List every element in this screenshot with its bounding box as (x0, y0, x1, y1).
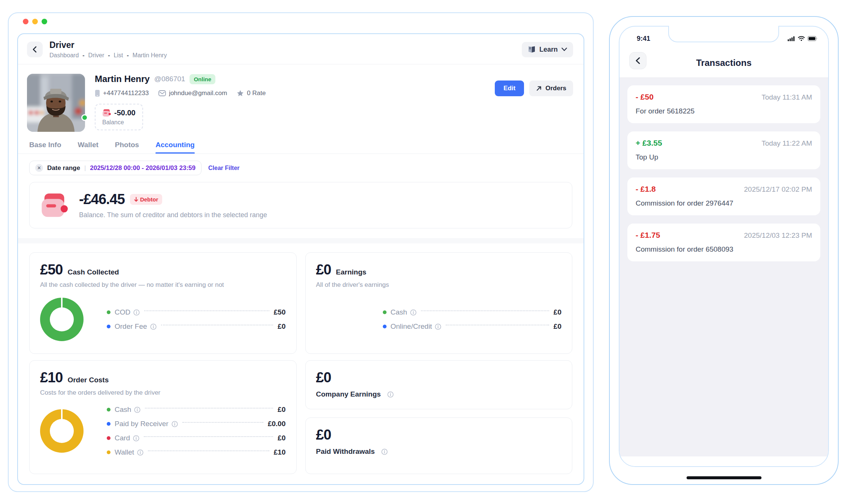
breadcrumb-item[interactable]: List (114, 52, 123, 59)
legend-dot (107, 422, 110, 426)
legend-item: Card £0 (107, 434, 286, 442)
minimize-window-icon[interactable] (32, 19, 38, 24)
legend: Cash £0 (107, 406, 286, 456)
transaction-description: Commission for order 2976447 (636, 199, 812, 207)
info-icon[interactable] (134, 407, 140, 413)
window-controls (23, 19, 47, 24)
order-costs-card: £10 Order Costs Costs for the orders del… (29, 360, 297, 474)
email-address: johndue@gmail.com (169, 89, 227, 97)
info-icon[interactable] (150, 324, 157, 330)
back-button[interactable] (27, 42, 43, 57)
info-icon[interactable] (435, 324, 441, 330)
stat-title: Company Earnings (316, 390, 381, 398)
paid-withdrawals-card: £0 Paid Withdrawals (305, 418, 573, 474)
legend-dot (383, 325, 387, 328)
transaction-card[interactable]: + £3.55 Today 11:22 AM Top Up (627, 131, 820, 169)
stat-amount: £0 (316, 427, 562, 443)
status-time: 9:41 (637, 35, 650, 43)
legend-value: £0 (554, 322, 561, 331)
breadcrumb-item[interactable]: Driver (88, 52, 105, 59)
edit-button[interactable]: Edit (495, 81, 524, 96)
chevron-left-icon (31, 46, 38, 53)
legend-leader (144, 436, 273, 437)
legend-item: Wallet £10 (107, 448, 286, 456)
arrow-up-right-icon (536, 85, 542, 91)
breadcrumb-item[interactable]: Martin Henry (133, 52, 167, 59)
transaction-amount: - £1.75 (636, 231, 660, 240)
info-icon[interactable] (381, 449, 388, 455)
stat-amount: £50 (40, 262, 63, 278)
profile-actions: Edit Orders (495, 81, 573, 132)
tab-label: Photos (115, 141, 139, 149)
rate-item: 0 Rate (237, 89, 266, 97)
info-icon[interactable] (137, 449, 143, 456)
legend-item: Cash £0 (383, 308, 562, 316)
phone-mockup: 9:41 (609, 16, 839, 485)
phone-contact: +447744112233 (95, 89, 149, 97)
legend-leader (148, 450, 269, 451)
info-icon[interactable] (410, 309, 417, 316)
maximize-window-icon[interactable] (42, 19, 47, 24)
legend-value: £0 (278, 434, 285, 442)
stat-title: Order Costs (67, 376, 109, 384)
stat-amount: £0 (316, 262, 331, 278)
mobile-phone-icon (95, 89, 100, 97)
breadcrumb-separator: - (108, 52, 110, 59)
home-indicator[interactable] (687, 476, 761, 479)
wallet-balance-value: -50.00 (114, 109, 136, 117)
cash-collected-card: £50 Cash Collected All the cash collecte… (29, 252, 297, 354)
title-block: Driver Dashboard - Driver - List - Marti… (49, 40, 167, 59)
legend-leader (161, 325, 273, 325)
phone-notch (668, 26, 779, 42)
transaction-card[interactable]: - £50 Today 11:31 AM For order 5618225 (627, 85, 820, 123)
email-contact: johndue@gmail.com (158, 89, 227, 97)
transaction-card[interactable]: - £1.75 2025/12/03 12:23 PM Commission f… (627, 224, 820, 261)
legend-label: COD (115, 308, 130, 316)
transaction-time: Today 11:22 AM (761, 139, 812, 148)
close-window-icon[interactable] (23, 19, 28, 24)
tab-label: Accounting (155, 141, 195, 149)
filter-row: ✕ Date range | 2025/12/28 00:00 - 2026/0… (18, 154, 584, 178)
book-icon (528, 46, 536, 53)
transaction-card[interactable]: - £1.8 2025/12/17 02:02 PM Commission fo… (627, 177, 820, 215)
order-costs-donut-chart (40, 409, 84, 453)
legend-dot (107, 436, 110, 440)
balance-amount: -£46.45 (79, 191, 125, 207)
chip-divider: | (84, 164, 86, 172)
tab[interactable]: Base Info (29, 141, 61, 154)
legend-value: £0 (278, 322, 285, 331)
stat-title: Earnings (336, 268, 366, 276)
breadcrumb-item[interactable]: Dashboard (49, 52, 79, 59)
info-icon[interactable] (387, 391, 394, 398)
legend-value: £0 (554, 308, 561, 316)
transaction-description: For order 5618225 (636, 107, 812, 115)
balance-description: Balance. The sum of creditor and debtors… (79, 211, 267, 219)
legend-dot (107, 408, 110, 412)
cash-collected-donut-chart (40, 298, 84, 341)
legend-leader (182, 422, 263, 423)
tab-underline (78, 152, 99, 154)
driver-handle: @086701 (154, 75, 185, 83)
legend: COD £50 (107, 308, 286, 331)
info-icon[interactable] (133, 309, 140, 316)
learn-label: Learn (539, 46, 558, 54)
legend-leader (421, 310, 549, 311)
tab-underline (155, 152, 195, 154)
legend-value: £0 (278, 406, 285, 414)
legend-dot (107, 450, 110, 454)
orders-button[interactable]: Orders (529, 81, 573, 96)
info-icon[interactable] (133, 435, 139, 441)
breadcrumb: Dashboard - Driver - List - Martin Henry (49, 52, 167, 59)
tab[interactable]: Accounting (155, 141, 195, 154)
tab[interactable]: Wallet (78, 141, 99, 154)
learn-button[interactable]: Learn (522, 42, 573, 57)
legend-item: Paid by Receiver £0.00 (107, 420, 286, 428)
clear-filter-link[interactable]: Clear Filter (208, 165, 240, 171)
section-divider (18, 238, 584, 243)
legend-leader (145, 408, 273, 409)
info-icon[interactable] (172, 421, 178, 427)
tab[interactable]: Photos (115, 141, 139, 154)
avatar (27, 74, 85, 132)
remove-filter-icon[interactable]: ✕ (35, 164, 43, 172)
date-range-chip[interactable]: ✕ Date range | 2025/12/28 00:00 - 2026/0… (29, 161, 202, 175)
